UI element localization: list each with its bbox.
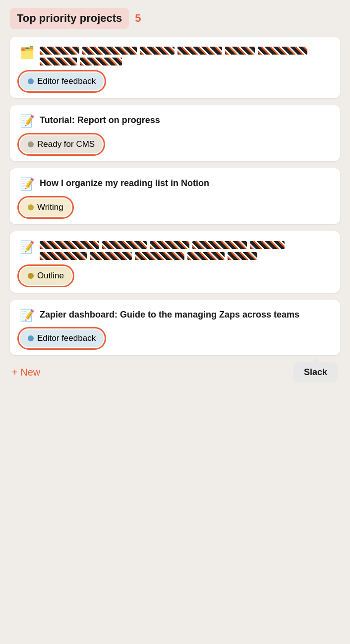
card-4: 📝Outline <box>10 231 340 293</box>
card-2: 📝Tutorial: Report on progressReady for C… <box>10 105 340 161</box>
new-button[interactable]: + New <box>12 367 40 378</box>
card-1-title-redacted <box>40 46 330 65</box>
card-3-badge-label: Writing <box>37 202 63 212</box>
card-5-badge-label: Editor feedback <box>37 333 96 343</box>
cards-list: 🗂️Editor feedback📝Tutorial: Report on pr… <box>10 37 340 355</box>
card-2-badge[interactable]: Ready for CMS <box>20 135 103 153</box>
card-4-emoji: 📝 <box>20 240 35 255</box>
card-4-title-redacted <box>40 240 330 260</box>
card-2-emoji: 📝 <box>20 114 35 129</box>
card-3-title: How I organize my reading list in Notion <box>40 177 209 189</box>
card-2-title: Tutorial: Report on progress <box>40 114 160 126</box>
card-4-badge-dot <box>28 273 34 279</box>
card-5-emoji: 📝 <box>20 309 35 323</box>
card-3-emoji: 📝 <box>20 177 35 192</box>
card-2-badge-label: Ready for CMS <box>37 139 95 149</box>
card-3: 📝How I organize my reading list in Notio… <box>10 168 340 224</box>
header-title: Top priority projects <box>10 8 129 29</box>
footer: + New Slack <box>10 362 340 383</box>
card-1-badge-label: Editor feedback <box>37 76 96 86</box>
card-4-badge[interactable]: Outline <box>20 267 72 285</box>
card-1: 🗂️Editor feedback <box>10 37 340 98</box>
card-5-badge[interactable]: Editor feedback <box>20 329 104 347</box>
card-1-badge-dot <box>28 78 34 84</box>
card-3-badge[interactable]: Writing <box>20 198 71 216</box>
header: Top priority projects 5 <box>10 8 340 29</box>
card-4-badge-label: Outline <box>37 271 64 281</box>
card-3-badge-dot <box>28 204 34 210</box>
card-5: 📝Zapier dashboard: Guide to the managing… <box>10 300 340 356</box>
card-1-badge[interactable]: Editor feedback <box>20 72 104 90</box>
card-1-emoji: 🗂️ <box>20 46 35 60</box>
slack-button[interactable]: Slack <box>293 362 338 383</box>
header-count: 5 <box>135 12 141 25</box>
card-5-title: Zapier dashboard: Guide to the managing … <box>40 309 299 321</box>
card-5-badge-dot <box>28 335 34 341</box>
card-2-badge-dot <box>28 141 34 147</box>
